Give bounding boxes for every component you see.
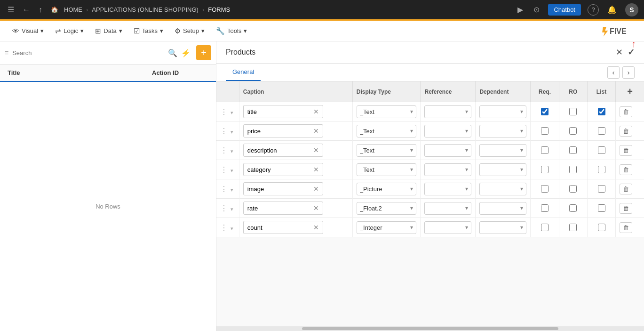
reference-select-1[interactable] [428, 128, 464, 135]
display-type-select-1[interactable]: _Text_Picture_Float.2_Integer_Number_Dat… [360, 128, 410, 135]
reference-select-5[interactable] [428, 205, 464, 212]
drag-handle[interactable]: ⋮ [220, 127, 228, 135]
list-checkbox-3[interactable] [598, 166, 605, 173]
dependent-select-1[interactable] [483, 128, 519, 135]
drag-handle[interactable]: ⋮ [220, 108, 228, 116]
list-checkbox-5[interactable] [598, 204, 605, 212]
tools-nav-btn[interactable]: 🔧 Tools ▾ [211, 24, 252, 38]
reference-dropdown-0[interactable]: ▾ [424, 105, 471, 118]
req-checkbox-5[interactable] [541, 204, 549, 212]
delete-row-button-6[interactable]: 🗑 [620, 222, 632, 233]
display-type-dropdown-4[interactable]: _Text_Picture_Float.2_Integer_Number_Dat… [357, 183, 417, 195]
dependent-select-6[interactable] [483, 224, 519, 231]
home-label[interactable]: HOME [64, 6, 82, 13]
reference-dropdown-6[interactable]: ▾ [424, 221, 471, 234]
forms-label[interactable]: FORMS [208, 6, 230, 13]
logic-nav-btn[interactable]: ⇌ Logic ▾ [50, 24, 88, 38]
list-checkbox-4[interactable] [598, 185, 605, 193]
ro-checkbox-6[interactable] [569, 224, 577, 231]
confirm-button[interactable]: ✓ [628, 47, 635, 57]
reference-dropdown-2[interactable]: ▾ [424, 144, 471, 157]
avatar[interactable]: S [625, 3, 638, 16]
tab-prev-button[interactable]: ‹ [607, 66, 620, 79]
horizontal-scrollbar[interactable] [216, 326, 644, 331]
caption-input-1[interactable]: price ✕ [243, 124, 323, 137]
search-top-icon[interactable]: ⊙ [532, 3, 541, 16]
row-expand-icon[interactable]: ▾ [231, 148, 233, 154]
delete-row-button-0[interactable]: 🗑 [620, 106, 632, 117]
dependent-select-0[interactable] [483, 108, 519, 115]
caption-input-4[interactable]: image ✕ [243, 182, 323, 195]
back-icon[interactable]: ← [21, 4, 32, 16]
tab-general[interactable]: General [226, 64, 261, 81]
reference-dropdown-4[interactable]: ▾ [424, 183, 471, 195]
ro-checkbox-2[interactable] [569, 146, 577, 154]
row-expand-icon[interactable]: ▾ [231, 187, 233, 193]
display-type-select-6[interactable]: _Text_Picture_Float.2_Integer_Number_Dat… [360, 224, 410, 231]
caption-input-5[interactable]: rate ✕ [243, 202, 323, 215]
row-expand-icon[interactable]: ▾ [231, 110, 233, 115]
display-type-dropdown-6[interactable]: _Text_Picture_Float.2_Integer_Number_Dat… [357, 221, 417, 234]
ro-checkbox-0[interactable] [569, 108, 577, 115]
req-checkbox-2[interactable] [541, 146, 549, 154]
dependent-select-2[interactable] [483, 147, 519, 154]
setup-nav-btn[interactable]: ⚙ Setup ▾ [170, 24, 209, 38]
req-checkbox-3[interactable] [541, 166, 549, 173]
list-checkbox-2[interactable] [598, 146, 605, 154]
display-type-dropdown-2[interactable]: _Text_Picture_Float.2_Integer_Number_Dat… [357, 144, 417, 157]
clear-caption-icon[interactable]: ✕ [313, 108, 319, 115]
clear-caption-icon[interactable]: ✕ [313, 185, 319, 193]
row-expand-icon[interactable]: ▾ [231, 168, 233, 173]
dependent-dropdown-0[interactable]: ▾ [479, 105, 526, 118]
reference-select-6[interactable] [428, 224, 464, 231]
req-checkbox-1[interactable] [541, 127, 549, 135]
dependent-dropdown-1[interactable]: ▾ [479, 125, 526, 137]
drag-handle[interactable]: ⋮ [220, 224, 228, 232]
scroll-thumb[interactable] [302, 327, 558, 330]
req-checkbox-6[interactable] [541, 224, 549, 231]
display-type-dropdown-3[interactable]: _Text_Picture_Float.2_Integer_Number_Dat… [357, 163, 417, 176]
caption-input-6[interactable]: count ✕ [243, 221, 323, 234]
lightning-icon[interactable]: ⚡ [181, 48, 191, 57]
filter-icon[interactable]: ≡ [5, 49, 8, 57]
dependent-dropdown-5[interactable]: ▾ [479, 202, 526, 215]
clear-caption-icon[interactable]: ✕ [313, 204, 319, 212]
tasks-nav-btn[interactable]: ☑ Tasks ▾ [129, 24, 168, 38]
close-button[interactable]: ✕ [616, 47, 623, 57]
drag-handle[interactable]: ⋮ [220, 204, 228, 212]
dependent-dropdown-2[interactable]: ▾ [479, 144, 526, 157]
list-checkbox-0[interactable] [598, 108, 605, 115]
delete-row-button-2[interactable]: 🗑 [620, 145, 632, 156]
display-type-select-3[interactable]: _Text_Picture_Float.2_Integer_Number_Dat… [360, 166, 410, 173]
reference-select-2[interactable] [428, 147, 464, 154]
clear-caption-icon[interactable]: ✕ [313, 166, 319, 173]
chatbot-button[interactable]: Chatbot [548, 4, 581, 16]
drag-handle[interactable]: ⋮ [220, 185, 228, 193]
display-type-select-0[interactable]: _Text_Picture_Float.2_Integer_Number_Dat… [360, 108, 410, 115]
visual-nav-btn[interactable]: 👁 Visual ▾ [8, 24, 48, 38]
play-icon[interactable]: ▶ [516, 3, 525, 16]
clear-caption-icon[interactable]: ✕ [313, 224, 319, 231]
list-checkbox-6[interactable] [598, 224, 605, 231]
req-checkbox-4[interactable] [541, 185, 549, 193]
reference-dropdown-5[interactable]: ▾ [424, 202, 471, 215]
caption-input-3[interactable]: category ✕ [243, 163, 323, 176]
dependent-dropdown-3[interactable]: ▾ [479, 163, 526, 176]
up-icon[interactable]: ↑ [37, 4, 44, 16]
dependent-select-3[interactable] [483, 166, 519, 173]
display-type-select-5[interactable]: _Text_Picture_Float.2_Integer_Number_Dat… [360, 205, 410, 212]
help-icon[interactable]: ? [588, 4, 599, 16]
delete-row-button-5[interactable]: 🗑 [620, 203, 632, 214]
app-label[interactable]: APPLICATIONS (ONLINE SHOPPING) [92, 6, 199, 13]
ro-checkbox-5[interactable] [569, 204, 577, 212]
row-expand-icon[interactable]: ▾ [231, 129, 233, 135]
dependent-select-5[interactable] [483, 205, 519, 212]
display-type-dropdown-0[interactable]: _Text_Picture_Float.2_Integer_Number_Dat… [357, 105, 417, 118]
add-row-button[interactable]: + [627, 86, 633, 97]
reference-dropdown-3[interactable]: ▾ [424, 163, 471, 176]
ro-checkbox-1[interactable] [569, 127, 577, 135]
data-nav-btn[interactable]: ⊞ Data ▾ [90, 24, 127, 38]
row-expand-icon[interactable]: ▾ [231, 226, 233, 231]
ro-checkbox-4[interactable] [569, 185, 577, 193]
display-type-select-4[interactable]: _Text_Picture_Float.2_Integer_Number_Dat… [360, 186, 410, 193]
